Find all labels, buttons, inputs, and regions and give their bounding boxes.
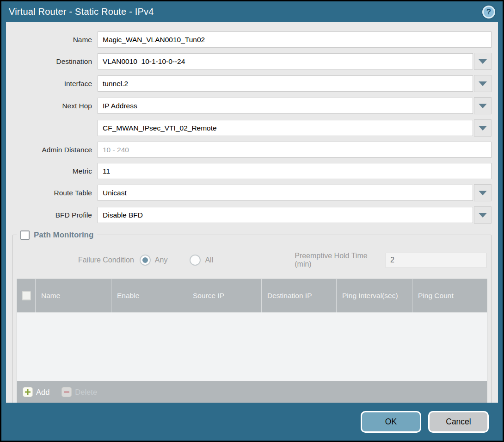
cancel-button[interactable]: Cancel	[428, 411, 489, 433]
header-destination-ip: Destination IP	[262, 279, 337, 312]
chevron-down-icon	[479, 213, 487, 218]
table-footer: Add Delete	[17, 381, 487, 403]
admin-distance-input[interactable]	[98, 142, 492, 158]
interface-dropdown-button[interactable]	[474, 75, 492, 92]
chevron-down-icon	[479, 191, 487, 195]
metric-row: Metric	[12, 163, 492, 179]
destination-input[interactable]	[98, 53, 473, 69]
destination-dropdown-button[interactable]	[474, 53, 492, 70]
table-header-row: Name Enable Source IP Destination IP Pin…	[17, 279, 487, 312]
route-table-dropdown-button[interactable]	[474, 184, 492, 201]
path-monitoring-title: Path Monitoring	[34, 230, 93, 240]
header-ping-count: Ping Count	[412, 279, 487, 312]
admin-distance-row: Admin Distance	[12, 142, 492, 158]
table-body-empty	[17, 312, 487, 381]
plus-icon	[23, 387, 33, 397]
chevron-down-icon	[479, 104, 487, 108]
metric-input[interactable]	[98, 163, 492, 179]
path-monitoring-legend: Path Monitoring	[17, 229, 97, 242]
radio-all-label: All	[205, 256, 213, 264]
metric-label: Metric	[12, 167, 98, 175]
next-hop-address-input[interactable]	[98, 120, 473, 136]
header-ping-interval: Ping Interval(sec)	[337, 279, 412, 312]
failure-condition-any-option: Any	[140, 255, 168, 266]
delete-button-label: Delete	[75, 388, 97, 397]
interface-row: Interface	[12, 75, 492, 92]
radio-any-label: Any	[155, 256, 168, 264]
next-hop-address-dropdown-button[interactable]	[474, 119, 492, 137]
interface-input[interactable]	[98, 75, 473, 92]
bfd-profile-dropdown-button[interactable]	[474, 206, 492, 224]
header-enable: Enable	[111, 279, 187, 312]
dialog-titlebar: Virtual Router - Static Route - IPv4 ?	[1, 1, 503, 22]
failure-condition-all-option: All	[190, 255, 213, 266]
select-all-checkbox[interactable]	[22, 291, 31, 300]
destination-row: Destination	[12, 53, 492, 70]
chevron-down-icon	[479, 126, 487, 131]
path-monitoring-section: Path Monitoring Failure Condition Any Al…	[12, 235, 492, 403]
dialog-content: Name Destination Interface Next Hop	[6, 22, 498, 403]
path-monitoring-controls: Failure Condition Any All Preemptive Hol…	[13, 252, 486, 268]
next-hop-label: Next Hop	[12, 102, 98, 110]
bfd-profile-row: BFD Profile	[12, 206, 492, 224]
failure-condition-label: Failure Condition	[13, 256, 140, 264]
minus-icon	[61, 387, 72, 397]
chevron-down-icon	[479, 59, 487, 64]
name-row: Name	[12, 31, 492, 48]
failure-condition-radio-group: Any All	[140, 255, 235, 266]
name-label: Name	[12, 36, 98, 44]
admin-distance-label: Admin Distance	[12, 146, 98, 154]
next-hop-row: Next Hop	[12, 97, 492, 114]
dialog-title: Virtual Router - Static Route - IPv4	[9, 6, 482, 17]
radio-selected-dot	[142, 257, 148, 263]
preemptive-hold-label: Preemptive Hold Time (min)	[295, 252, 386, 268]
next-hop-type-input[interactable]	[98, 98, 473, 114]
chevron-down-icon	[479, 81, 487, 86]
next-hop-type-dropdown-button[interactable]	[474, 97, 492, 114]
destination-label: Destination	[12, 57, 98, 66]
radio-any[interactable]	[140, 255, 151, 266]
bfd-profile-input[interactable]	[98, 207, 473, 223]
help-icon[interactable]: ?	[482, 6, 495, 19]
route-table-row: Route Table	[12, 184, 492, 201]
add-button-label: Add	[36, 388, 49, 397]
path-monitoring-table: Name Enable Source IP Destination IP Pin…	[17, 279, 487, 403]
route-table-label: Route Table	[12, 189, 98, 197]
header-name: Name	[36, 279, 111, 312]
route-table-input[interactable]	[98, 185, 473, 201]
static-route-dialog: Virtual Router - Static Route - IPv4 ? N…	[0, 0, 504, 442]
name-input[interactable]	[98, 31, 492, 48]
preemptive-hold-input[interactable]	[386, 253, 486, 268]
bfd-profile-label: BFD Profile	[12, 211, 98, 219]
delete-button[interactable]: Delete	[61, 387, 97, 397]
dialog-footer: OK Cancel	[1, 403, 503, 441]
path-monitoring-checkbox[interactable]	[20, 230, 30, 240]
header-source-ip: Source IP	[187, 279, 262, 312]
header-select-all-cell	[17, 279, 36, 312]
ok-button[interactable]: OK	[361, 411, 421, 433]
interface-label: Interface	[12, 80, 98, 88]
add-button[interactable]: Add	[23, 387, 49, 397]
radio-all[interactable]	[190, 255, 201, 266]
next-hop-address-row	[12, 119, 492, 137]
